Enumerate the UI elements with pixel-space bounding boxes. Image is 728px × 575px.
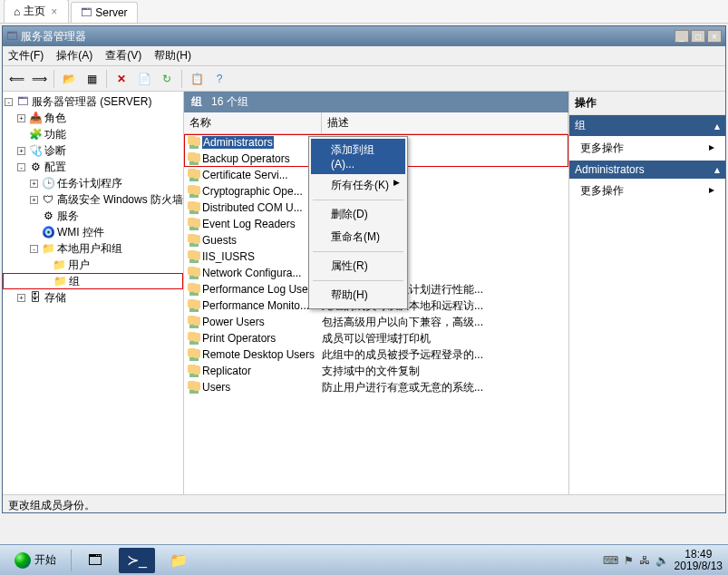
tray-flag-icon[interactable]: ⚑ [624,554,634,567]
pinned-powershell[interactable]: ≻_ [119,548,155,573]
start-label: 开始 [34,552,56,568]
tree-root[interactable]: -🗔服务器管理器 (SERVER) [3,93,183,110]
start-button[interactable]: 开始 [5,549,65,572]
ctx-all-tasks[interactable]: 所有任务(K) [311,174,405,197]
folder-icon: 📁 [53,274,67,288]
actions-more-2[interactable]: 更多操作 ▸ [569,179,725,203]
pinned-explorer[interactable]: 📁 [160,548,197,573]
group-desc: 支持域中的文件复制 [322,364,568,379]
tree-groups-label: 组 [69,274,80,289]
close-button[interactable]: × [707,30,722,43]
actions-section-groups[interactable]: 组▴ [569,115,725,136]
config-icon: ⚙ [28,160,43,174]
list-header: 组 16 个组 [184,92,568,112]
tree-wmi[interactable]: 🧿WMI 控件 [3,224,183,240]
chevron-right-icon: ▸ [709,141,714,153]
tree-features[interactable]: 🧩功能 [3,126,183,142]
list-header-count: 16 个组 [211,95,248,108]
window-controls: _ □ × [675,30,722,43]
group-icon [188,136,200,149]
group-name: Administrators [202,136,274,149]
group-icon [188,332,200,345]
up-button[interactable]: 📂 [59,69,79,89]
group-name: Replicator [202,365,251,377]
tree-storage[interactable]: +🗄存储 [3,289,183,306]
export-button[interactable]: 📋 [187,69,207,89]
ctx-help[interactable]: 帮助(H) [311,284,405,307]
tree-services[interactable]: ⚙服务 [3,208,183,224]
ctx-rename[interactable]: 重命名(M) [311,226,405,249]
action-button[interactable]: 📄 [134,69,154,89]
tree-lug-label: 本地用户和组 [57,241,122,257]
refresh-button[interactable]: ↻ [157,69,177,89]
tray-lang-icon[interactable]: ⌨ [603,554,618,567]
separator [313,251,403,252]
tray-network-icon[interactable]: 🖧 [639,554,650,567]
actions-more-1[interactable]: 更多操作 ▸ [569,136,725,161]
actions-section-admins-label: Administrators [575,163,645,176]
back-button[interactable]: ⟸ [6,69,26,89]
group-icon [188,152,200,165]
group-row[interactable]: Users防止用户进行有意或无意的系统... [184,379,568,395]
tab-home-label: 主页 [24,4,45,19]
menu-file[interactable]: 文件(F) [8,48,44,63]
titlebar: 🗔 服务器管理器 _ □ × [3,26,725,46]
tab-server-label: Server [95,6,127,19]
col-desc[interactable]: 描述 [322,112,568,133]
group-icon [188,267,200,279]
group-name: Power Users [202,316,265,328]
taskbar: 开始 🗔 ≻_ 📁 ⌨ ⚑ 🖧 🔈 18:49 2019/8/13 [0,544,728,575]
actions-header: 操作 [569,92,725,115]
wmi-icon: 🧿 [41,225,55,239]
maximize-button[interactable]: □ [691,30,705,43]
tab-server[interactable]: 🗔 Server [71,2,137,23]
tree-firewall[interactable]: +🛡高级安全 Windows 防火墙 [3,191,183,208]
chevron-up-icon: ▴ [714,163,720,176]
roles-icon: 📥 [28,111,43,125]
delete-button[interactable]: ✕ [112,69,131,89]
server-icon: 🗔 [15,94,30,109]
group-desc: 成员可以管理域打印机 [322,331,568,346]
tree-users[interactable]: 📁用户 [3,257,183,273]
tray-sound-icon[interactable]: 🔈 [655,554,669,567]
group-row[interactable]: Print Operators成员可以管理域打印机 [184,330,568,346]
col-name[interactable]: 名称 [184,112,322,133]
group-name: IIS_IUSRS [202,250,255,263]
tree-task-scheduler[interactable]: +🕒任务计划程序 [3,175,183,191]
tree-groups[interactable]: 📁组 [3,273,183,289]
menu-help[interactable]: 帮助(H) [154,48,191,63]
menu-view[interactable]: 查看(V) [105,48,141,63]
group-name: Event Log Readers [202,218,296,230]
ctx-properties[interactable]: 属性(R) [311,255,405,278]
tree-roles[interactable]: +📥角色 [3,110,183,126]
close-icon[interactable]: × [49,5,59,18]
diagnostics-icon: 🩺 [28,143,43,158]
tree-local-users-groups[interactable]: -📁本地用户和组 [3,240,183,257]
group-row[interactable]: Replicator支持域中的文件复制 [184,363,568,379]
tree-config[interactable]: -⚙配置 [3,159,183,175]
actions-pane: 操作 组▴ 更多操作 ▸ Administrators▴ 更多操作 ▸ [569,92,725,494]
taskbar-clock[interactable]: 18:49 2019/8/13 [675,549,723,572]
tree-roles-label: 角色 [44,111,66,126]
actions-section-groups-label: 组 [575,118,586,133]
group-desc: 防止用户进行有意或无意的系统... [322,380,568,395]
server-icon: 🗔 [81,6,92,19]
group-icon [188,201,200,214]
forward-button[interactable]: ⟹ [29,69,49,89]
properties-button[interactable]: ▦ [82,69,102,89]
tab-home[interactable]: ⌂ 主页 × [4,0,69,23]
ctx-delete[interactable]: 删除(D) [311,203,405,226]
pinned-server-manager[interactable]: 🗔 [77,548,113,573]
group-row[interactable]: Remote Desktop Users此组中的成员被授予远程登录的... [184,346,568,363]
help-button[interactable]: ? [209,69,229,89]
actions-section-admins[interactable]: Administrators▴ [569,161,725,179]
minimize-button[interactable]: _ [675,30,689,43]
tree-diagnostics[interactable]: +🩺诊断 [3,142,183,159]
group-name: Users [202,381,230,394]
ctx-add-to-group[interactable]: 添加到组(A)... [311,139,405,174]
tree-diag-label: 诊断 [44,143,66,159]
firewall-icon: 🛡 [41,192,55,207]
menu-action[interactable]: 操作(A) [56,48,92,63]
group-row[interactable]: Power Users包括高级用户以向下兼容，高级... [184,314,568,330]
group-name: Performance Monito... [202,299,309,312]
